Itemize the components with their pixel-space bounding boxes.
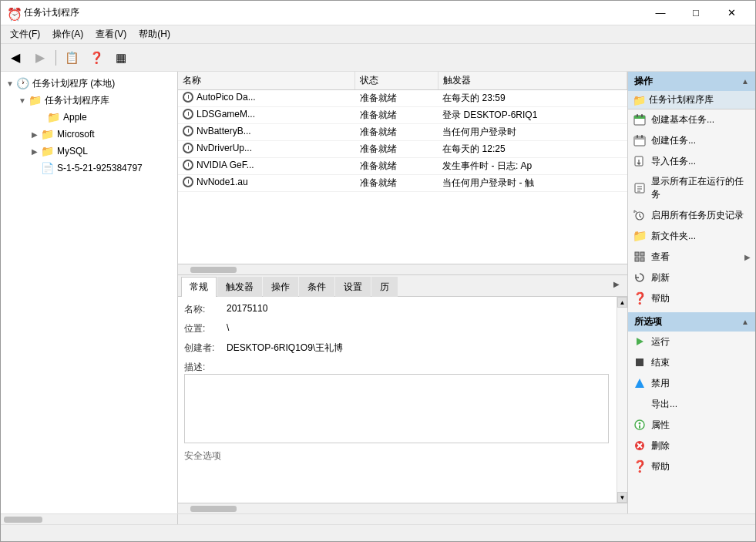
tab-settings[interactable]: 设置 — [335, 277, 371, 297]
svg-rect-3 — [641, 114, 643, 117]
back-button[interactable]: ◀ — [4, 47, 27, 69]
tab-conditions[interactable]: 条件 — [299, 277, 334, 297]
col-header-status[interactable]: 状态 — [355, 72, 438, 90]
tab-scroll-right[interactable]: ▶ — [609, 277, 624, 296]
close-button[interactable]: ✕ — [714, 1, 749, 25]
task-row-icon: AutoPico Da... — [183, 92, 256, 103]
refresh-icon — [633, 271, 647, 284]
action-stop[interactable]: 结束 — [628, 352, 755, 373]
tab-actions[interactable]: 操作 — [263, 277, 298, 297]
disable-label: 禁用 — [651, 377, 670, 390]
task-list-area[interactable]: 名称 状态 触发器 AutoPico Da... — [178, 72, 627, 264]
tree-item-s1521[interactable]: ▶ 📄 S-1-5-21-925384797 — [1, 160, 177, 177]
col-header-name[interactable]: 名称 — [178, 72, 355, 90]
action-view[interactable]: 查看 ▶ — [628, 247, 755, 268]
col-header-trigger[interactable]: 触发器 — [438, 72, 627, 90]
desc-textarea[interactable] — [184, 374, 609, 443]
main-content: ▼ 🕐 任务计划程序 (本地) ▼ 📁 任务计划程序库 ▶ 📁 Apple ▶ … — [1, 72, 755, 513]
table-row[interactable]: NvDriverUp... 准备就绪 在每天的 12:25 — [178, 141, 627, 158]
table-row[interactable]: NVIDIA GeF... 准备就绪 发生事件时 - 日志: Ap — [178, 158, 627, 175]
action-show-running[interactable]: 显示所有正在运行的任务 — [628, 172, 755, 205]
new-folder-label: 新文件夹... — [651, 230, 696, 243]
tree-label-mysql: MySQL — [57, 146, 88, 157]
action-delete[interactable]: 删除 — [628, 436, 755, 456]
action-disable[interactable]: 禁用 — [628, 373, 755, 394]
tree-label-library: 任务计划程序库 — [45, 94, 109, 107]
desc-label: 描述: — [184, 361, 227, 374]
left-panel: ▼ 🕐 任务计划程序 (本地) ▼ 📁 任务计划程序库 ▶ 📁 Apple ▶ … — [1, 72, 178, 513]
detail-tabs: 常规 触发器 操作 条件 设置 历 ▶ — [178, 275, 627, 297]
create-basic-label: 创建基本任务... — [651, 113, 714, 126]
tab-history[interactable]: 历 — [371, 277, 398, 297]
properties-action-icon — [633, 418, 647, 432]
table-row[interactable]: LDSGameM... 准备就绪 登录 DESKTOP-6RIQ1 — [178, 107, 627, 124]
task-name: AutoPico Da... — [178, 90, 355, 107]
action-run[interactable]: 运行 — [628, 332, 755, 352]
menu-action[interactable]: 操作(A) — [46, 26, 89, 42]
action-export[interactable]: 导出... — [628, 394, 755, 415]
maximize-button[interactable]: □ — [678, 1, 714, 25]
table-row[interactable]: NvBatteryB... 准备就绪 当任何用户登录时 — [178, 124, 627, 141]
svg-rect-15 — [635, 252, 639, 256]
svg-point-23 — [639, 422, 641, 425]
newfolder-icon: 📁 — [633, 229, 647, 243]
tree-item-library[interactable]: ▼ 📁 任务计划程序库 — [1, 92, 177, 109]
vscroll-up[interactable]: ▲ — [617, 297, 627, 308]
menu-help[interactable]: 帮助(H) — [133, 26, 176, 42]
detail-vscrollbar[interactable]: ▲ ▼ — [617, 297, 627, 503]
svg-marker-19 — [637, 338, 643, 345]
tab-general[interactable]: 常规 — [181, 277, 217, 297]
operations-label: 操作 — [634, 75, 653, 88]
selected-arrow: ▲ — [741, 318, 749, 326]
action-properties[interactable]: 属性 — [628, 415, 755, 436]
help-button[interactable]: ❓ — [85, 47, 108, 69]
folder-icon-library: 📁 — [29, 94, 42, 106]
table-row[interactable]: NvNode1.au 准备就绪 当任何用户登录时 - 触 — [178, 175, 627, 192]
left-bottom-scroll[interactable] — [1, 514, 178, 524]
minimize-button[interactable]: — — [643, 1, 678, 25]
forward-button[interactable]: ▶ — [29, 47, 52, 69]
action-help2[interactable]: ❓ 帮助 — [628, 456, 755, 477]
action-refresh[interactable]: 刷新 — [628, 268, 755, 288]
task-list-scrollbar[interactable] — [178, 264, 627, 274]
action-new-folder[interactable]: 📁 新文件夹... — [628, 226, 755, 247]
disable-icon — [633, 376, 647, 390]
operations-header[interactable]: 操作 ▲ — [628, 72, 755, 91]
tree-item-apple[interactable]: ▶ 📁 Apple — [1, 109, 177, 126]
action-import[interactable]: 导入任务... — [628, 151, 755, 172]
task-status: 准备就绪 — [355, 141, 438, 158]
menu-view[interactable]: 查看(V) — [89, 26, 133, 42]
help2-action-icon: ❓ — [633, 460, 647, 473]
table-row[interactable]: AutoPico Da... 准备就绪 在每天的 23:59 — [178, 90, 627, 107]
action-help[interactable]: ❓ 帮助 — [628, 288, 755, 309]
menu-file[interactable]: 文件(F) — [4, 26, 46, 42]
tree-item-local[interactable]: ▼ 🕐 任务计划程序 (本地) — [1, 75, 177, 92]
selected-header[interactable]: 所选项 ▲ — [628, 312, 755, 332]
view-button[interactable]: ▦ — [109, 47, 133, 69]
tab-triggers[interactable]: 触发器 — [217, 277, 262, 297]
toolbar: ◀ ▶ 📋 ❓ ▦ — [1, 44, 755, 72]
tree-label-microsoft: Microsoft — [57, 129, 95, 140]
expand-icon: ▼ — [4, 79, 16, 88]
stop-icon — [633, 355, 647, 369]
action-create-task[interactable]: 创建任务... — [628, 130, 755, 151]
expand-icon-microsoft: ▶ — [29, 130, 41, 139]
tree-item-mysql[interactable]: ▶ 📁 MySQL — [1, 143, 177, 160]
detail-hscrollbar[interactable] — [178, 503, 627, 513]
task-status-icon — [183, 109, 193, 120]
properties-button[interactable]: 📋 — [60, 47, 83, 69]
detail-panel: 常规 触发器 操作 条件 设置 历 ▶ ▲ ▼ — [178, 274, 627, 513]
export-label: 导出... — [651, 398, 677, 411]
task-row-icon: NvDriverUp... — [183, 143, 252, 153]
tree-label-local: 任务计划程序 (本地) — [32, 77, 115, 90]
vscroll-down[interactable]: ▼ — [617, 492, 627, 503]
author-value: DESKTOP-6RIQ1O9\王礼博 — [227, 342, 609, 355]
task-row-icon: NVIDIA GeF... — [183, 160, 254, 170]
task-name: NVIDIA GeF... — [178, 158, 355, 175]
action-create-basic[interactable]: 创建基本任务... — [628, 109, 755, 130]
status-bar — [1, 524, 755, 541]
library-subheader: 📁 任务计划程序库 — [628, 91, 755, 109]
action-enable-history[interactable]: 启用所有任务历史记录 — [628, 205, 755, 226]
view-action-label: 查看 — [651, 251, 670, 264]
tree-item-microsoft[interactable]: ▶ 📁 Microsoft — [1, 126, 177, 143]
